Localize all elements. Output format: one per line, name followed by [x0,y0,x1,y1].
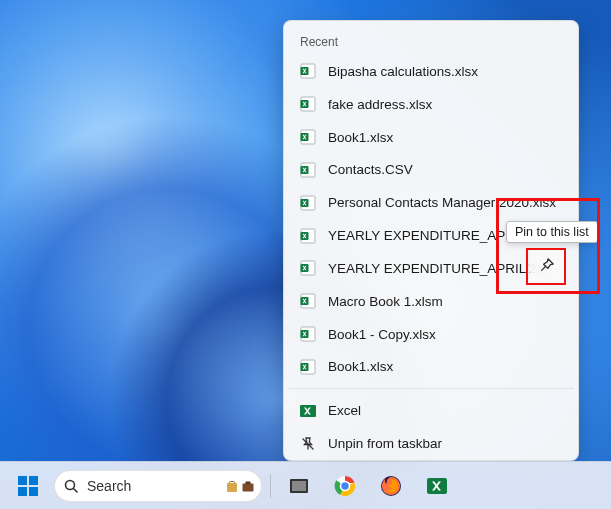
excel-file-icon [300,129,316,145]
svg-rect-22 [29,476,38,485]
excel-file-icon [300,260,316,276]
pin-to-list-button[interactable] [530,250,564,283]
recent-file-item[interactable]: Personal Contacts Manager 2020.xlsx [284,186,578,219]
pin-tooltip: Pin to this list [506,221,598,243]
recent-file-item[interactable]: Book1 - Copy.xlsx [284,318,578,351]
shopping-bag-icon [225,479,239,493]
section-header-recent: Recent [284,29,578,55]
recent-file-item[interactable]: fake address.xlsx [284,88,578,121]
excel-file-icon [300,96,316,112]
firefox-icon [379,474,403,498]
windows-logo-icon [16,474,40,498]
unpin-label: Unpin from taskbar [328,436,442,451]
svg-rect-31 [292,481,306,491]
app-label: Excel [328,403,361,418]
file-label: Macro Book 1.xlsm [328,294,443,309]
taskbar-search[interactable]: Search [54,470,262,502]
briefcase-icon [241,479,255,493]
excel-file-icon [300,63,316,79]
unpin-icon [300,436,316,452]
excel-file-icon [300,293,316,309]
svg-rect-23 [18,487,27,496]
excel-file-icon [300,228,316,244]
file-label: Personal Contacts Manager 2020.xlsx [328,195,556,210]
excel-app-icon [425,474,449,498]
pin-icon [539,257,555,277]
start-button[interactable] [8,466,48,506]
excel-file-icon [300,326,316,342]
separator [288,388,574,389]
file-label: YEARLY EXPENDITURE_APRIL'2... [328,261,548,276]
taskbar-separator [270,474,271,498]
file-label: Contacts.CSV [328,162,413,177]
recent-file-item[interactable]: Bipasha calculations.xlsx [284,55,578,88]
app-launch-item[interactable]: Excel [284,394,578,427]
task-view-button[interactable] [279,466,319,506]
firefox-taskbar-button[interactable] [371,466,411,506]
excel-file-icon [300,162,316,178]
svg-rect-21 [18,476,27,485]
taskbar: Search [0,461,611,509]
recent-file-item[interactable]: Macro Book 1.xlsm [284,285,578,318]
file-label: Book1.xlsx [328,130,393,145]
excel-file-icon [300,359,316,375]
svg-rect-28 [243,483,254,491]
unpin-from-taskbar-item[interactable]: Unpin from taskbar [284,427,578,460]
svg-rect-24 [29,487,38,496]
search-icon [63,478,79,494]
search-highlight-icons [225,479,255,493]
recent-file-item[interactable]: Contacts.CSV [284,153,578,186]
svg-rect-29 [246,481,251,484]
chrome-taskbar-button[interactable] [325,466,365,506]
excel-file-icon [300,195,316,211]
search-placeholder: Search [87,478,131,494]
file-label: Bipasha calculations.xlsx [328,64,478,79]
svg-line-26 [74,488,78,492]
file-label: Book1.xlsx [328,359,393,374]
file-label: fake address.xlsx [328,97,432,112]
recent-file-item[interactable]: Book1.xlsx [284,350,578,383]
svg-rect-27 [227,483,237,492]
excel-app-icon [300,403,316,419]
task-view-icon [287,474,311,498]
excel-taskbar-button[interactable] [417,466,457,506]
file-label: Book1 - Copy.xlsx [328,327,436,342]
chrome-icon [333,474,357,498]
recent-file-item[interactable]: Book1.xlsx [284,121,578,154]
